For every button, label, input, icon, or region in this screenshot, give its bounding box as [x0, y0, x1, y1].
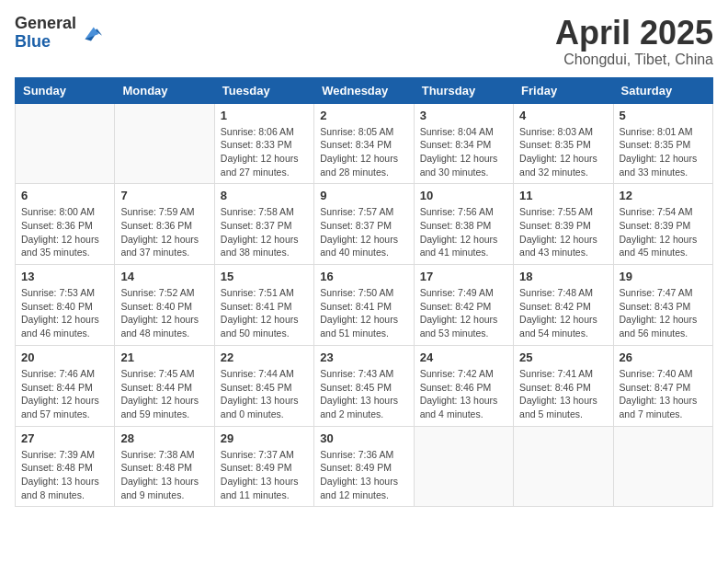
table-row: 3Sunrise: 8:04 AMSunset: 8:34 PMDaylight…	[414, 103, 513, 184]
calendar-week-row: 20Sunrise: 7:46 AMSunset: 8:44 PMDayligh…	[16, 345, 713, 426]
table-row: 30Sunrise: 7:36 AMSunset: 8:49 PMDayligh…	[314, 426, 414, 507]
calendar-week-row: 1Sunrise: 8:06 AMSunset: 8:33 PMDaylight…	[16, 103, 713, 184]
day-info: Sunrise: 7:40 AMSunset: 8:47 PMDaylight:…	[620, 367, 707, 421]
day-info: Sunrise: 8:06 AMSunset: 8:33 PMDaylight:…	[221, 125, 308, 179]
header-monday: Monday	[115, 77, 214, 103]
table-row: 28Sunrise: 7:38 AMSunset: 8:48 PMDayligh…	[115, 426, 214, 507]
day-info: Sunrise: 7:46 AMSunset: 8:44 PMDaylight:…	[21, 367, 108, 421]
table-row: 24Sunrise: 7:42 AMSunset: 8:46 PMDayligh…	[414, 345, 513, 426]
table-row: 1Sunrise: 8:06 AMSunset: 8:33 PMDaylight…	[214, 103, 313, 184]
day-number: 19	[620, 270, 707, 283]
day-info: Sunrise: 7:57 AMSunset: 8:37 PMDaylight:…	[320, 205, 407, 259]
day-info: Sunrise: 8:03 AMSunset: 8:35 PMDaylight:…	[519, 125, 607, 179]
table-row: 17Sunrise: 7:49 AMSunset: 8:42 PMDayligh…	[414, 265, 513, 346]
table-row: 13Sunrise: 7:53 AMSunset: 8:40 PMDayligh…	[16, 265, 115, 346]
day-number: 15	[221, 270, 308, 283]
table-row: 27Sunrise: 7:39 AMSunset: 8:48 PMDayligh…	[16, 426, 115, 507]
day-number: 12	[620, 189, 707, 202]
header-thursday: Thursday	[414, 77, 513, 103]
table-row	[16, 103, 115, 184]
day-number: 8	[221, 189, 308, 202]
day-number: 11	[519, 189, 607, 202]
day-number: 1	[221, 109, 308, 122]
header-wednesday: Wednesday	[314, 77, 414, 103]
day-info: Sunrise: 7:49 AMSunset: 8:42 PMDaylight:…	[420, 286, 507, 340]
logo-icon	[78, 20, 104, 46]
table-row: 12Sunrise: 7:54 AMSunset: 8:39 PMDayligh…	[613, 184, 712, 265]
day-info: Sunrise: 7:51 AMSunset: 8:41 PMDaylight:…	[221, 286, 308, 340]
table-row: 16Sunrise: 7:50 AMSunset: 8:41 PMDayligh…	[314, 265, 414, 346]
table-row: 15Sunrise: 7:51 AMSunset: 8:41 PMDayligh…	[214, 265, 313, 346]
day-number: 2	[320, 109, 407, 122]
day-number: 30	[320, 431, 407, 445]
day-info: Sunrise: 7:43 AMSunset: 8:45 PMDaylight:…	[320, 367, 407, 421]
calendar-week-row: 27Sunrise: 7:39 AMSunset: 8:48 PMDayligh…	[16, 426, 713, 507]
table-row	[414, 426, 513, 507]
day-number: 26	[620, 350, 707, 364]
day-number: 5	[620, 109, 707, 122]
day-info: Sunrise: 7:37 AMSunset: 8:49 PMDaylight:…	[221, 448, 308, 502]
day-number: 4	[519, 109, 607, 122]
day-info: Sunrise: 7:48 AMSunset: 8:42 PMDaylight:…	[519, 286, 607, 340]
day-number: 7	[120, 189, 208, 202]
table-row: 22Sunrise: 7:44 AMSunset: 8:45 PMDayligh…	[214, 345, 313, 426]
table-row: 6Sunrise: 8:00 AMSunset: 8:36 PMDaylight…	[16, 184, 115, 265]
table-row: 23Sunrise: 7:43 AMSunset: 8:45 PMDayligh…	[314, 345, 414, 426]
header-saturday: Saturday	[613, 77, 712, 103]
day-info: Sunrise: 7:50 AMSunset: 8:41 PMDaylight:…	[320, 286, 407, 340]
table-row: 19Sunrise: 7:47 AMSunset: 8:43 PMDayligh…	[613, 265, 712, 346]
table-row: 11Sunrise: 7:55 AMSunset: 8:39 PMDayligh…	[514, 184, 613, 265]
header-sunday: Sunday	[16, 77, 115, 103]
header-friday: Friday	[514, 77, 613, 103]
header-tuesday: Tuesday	[214, 77, 313, 103]
day-info: Sunrise: 7:53 AMSunset: 8:40 PMDaylight:…	[21, 286, 108, 340]
calendar-week-row: 13Sunrise: 7:53 AMSunset: 8:40 PMDayligh…	[16, 265, 713, 346]
day-info: Sunrise: 7:45 AMSunset: 8:44 PMDaylight:…	[120, 367, 208, 421]
day-info: Sunrise: 7:56 AMSunset: 8:38 PMDaylight:…	[420, 205, 507, 259]
table-row: 5Sunrise: 8:01 AMSunset: 8:35 PMDaylight…	[613, 103, 712, 184]
day-number: 14	[120, 270, 208, 283]
day-number: 24	[420, 350, 507, 364]
day-number: 29	[221, 431, 308, 445]
day-number: 20	[21, 350, 108, 364]
day-info: Sunrise: 7:38 AMSunset: 8:48 PMDaylight:…	[120, 448, 208, 502]
day-number: 16	[320, 270, 407, 283]
logo-general-text: General	[15, 14, 76, 32]
table-row: 4Sunrise: 8:03 AMSunset: 8:35 PMDaylight…	[514, 103, 613, 184]
day-number: 28	[120, 431, 208, 445]
title-area: April 2025 Chongdui, Tibet, China	[555, 15, 713, 68]
table-row	[613, 426, 712, 507]
day-info: Sunrise: 8:00 AMSunset: 8:36 PMDaylight:…	[21, 205, 108, 259]
location-title: Chongdui, Tibet, China	[555, 52, 713, 68]
day-number: 13	[21, 270, 108, 283]
table-row: 2Sunrise: 8:05 AMSunset: 8:34 PMDaylight…	[314, 103, 414, 184]
day-number: 3	[420, 109, 507, 122]
table-row: 8Sunrise: 7:58 AMSunset: 8:37 PMDaylight…	[214, 184, 313, 265]
month-title: April 2025	[555, 15, 713, 52]
day-info: Sunrise: 8:04 AMSunset: 8:34 PMDaylight:…	[420, 125, 507, 179]
day-number: 27	[21, 431, 108, 445]
table-row	[115, 103, 214, 184]
day-info: Sunrise: 7:52 AMSunset: 8:40 PMDaylight:…	[120, 286, 208, 340]
day-info: Sunrise: 7:54 AMSunset: 8:39 PMDaylight:…	[620, 205, 707, 259]
day-info: Sunrise: 8:05 AMSunset: 8:34 PMDaylight:…	[320, 125, 407, 179]
day-number: 22	[221, 350, 308, 364]
table-row: 21Sunrise: 7:45 AMSunset: 8:44 PMDayligh…	[115, 345, 214, 426]
calendar-table: Sunday Monday Tuesday Wednesday Thursday…	[15, 77, 713, 508]
day-info: Sunrise: 7:59 AMSunset: 8:36 PMDaylight:…	[120, 205, 208, 259]
day-number: 6	[21, 189, 108, 202]
day-number: 10	[420, 189, 507, 202]
day-info: Sunrise: 7:42 AMSunset: 8:46 PMDaylight:…	[420, 367, 507, 421]
calendar-header-row: Sunday Monday Tuesday Wednesday Thursday…	[16, 77, 713, 103]
day-number: 18	[519, 270, 607, 283]
table-row: 9Sunrise: 7:57 AMSunset: 8:37 PMDaylight…	[314, 184, 414, 265]
day-info: Sunrise: 7:47 AMSunset: 8:43 PMDaylight:…	[620, 286, 707, 340]
day-info: Sunrise: 8:01 AMSunset: 8:35 PMDaylight:…	[620, 125, 707, 179]
day-info: Sunrise: 7:39 AMSunset: 8:48 PMDaylight:…	[21, 448, 108, 502]
day-info: Sunrise: 7:58 AMSunset: 8:37 PMDaylight:…	[221, 205, 308, 259]
table-row	[514, 426, 613, 507]
table-row: 29Sunrise: 7:37 AMSunset: 8:49 PMDayligh…	[214, 426, 313, 507]
page-header: General Blue April 2025 Chongdui, Tibet,…	[15, 15, 713, 68]
day-number: 23	[320, 350, 407, 364]
table-row: 7Sunrise: 7:59 AMSunset: 8:36 PMDaylight…	[115, 184, 214, 265]
